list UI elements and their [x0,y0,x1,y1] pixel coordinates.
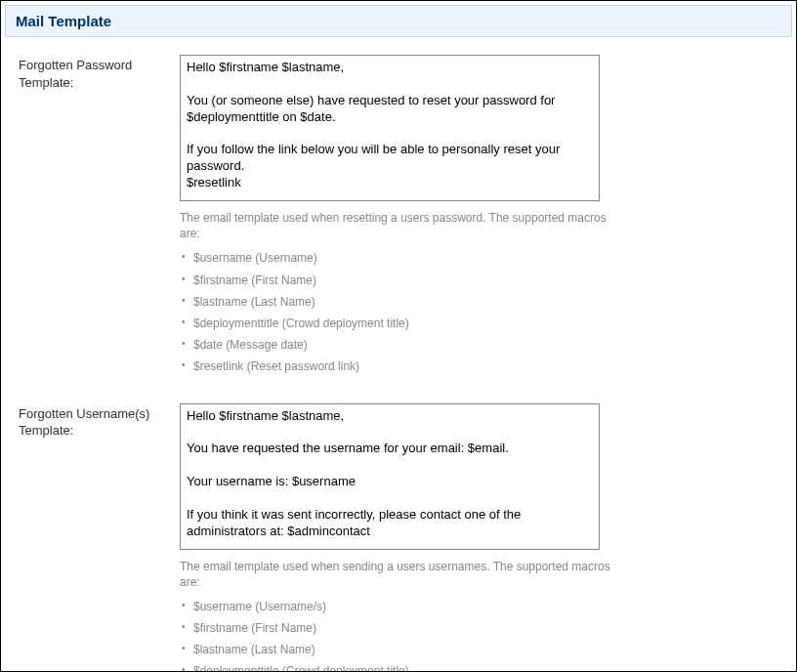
macro-item: $resetlink (Reset password link) [180,356,624,377]
macro-item: $lastname (Last Name) [180,291,624,313]
macro-item: $firstname (First Name) [180,617,624,639]
forgot-password-macro-list: $username (Username) $firstname (First N… [180,247,624,377]
macro-item: $deploymenttitle (Crowd deployment title… [180,313,624,334]
forgot-password-row: Forgotten Password Template: The email t… [19,55,778,378]
forgot-username-label: Forgotten Username(s) Template: [19,403,180,440]
macro-item: $username (Username) [180,247,624,269]
macro-item: $date (Message date) [180,334,624,356]
mail-template-panel: Mail Template Forgotten Password Templat… [0,0,797,672]
forgot-username-row: Forgotten Username(s) Template: The emai… [19,403,778,673]
forgot-username-textarea[interactable] [180,403,600,550]
panel-header: Mail Template [5,5,792,37]
forgot-username-field-col: The email template used when sending a u… [180,403,624,673]
macro-item: $username (Username/s) [180,596,624,617]
panel-title: Mail Template [16,13,111,29]
forgot-password-field-col: The email template used when resetting a… [180,55,624,378]
forgot-password-help: The email template used when resetting a… [180,210,624,241]
forgot-password-label: Forgotten Password Template: [19,55,180,91]
macro-item: $deploymenttitle (Crowd deployment title… [180,660,624,672]
macro-item: $lastname (Last Name) [180,639,624,660]
form-area: Forgotten Password Template: The email t… [1,37,796,672]
forgot-username-macro-list: $username (Username/s) $firstname (First… [180,596,624,672]
forgot-username-help: The email template used when sending a u… [180,559,624,590]
forgot-password-textarea[interactable] [180,55,600,201]
macro-item: $firstname (First Name) [180,270,624,291]
